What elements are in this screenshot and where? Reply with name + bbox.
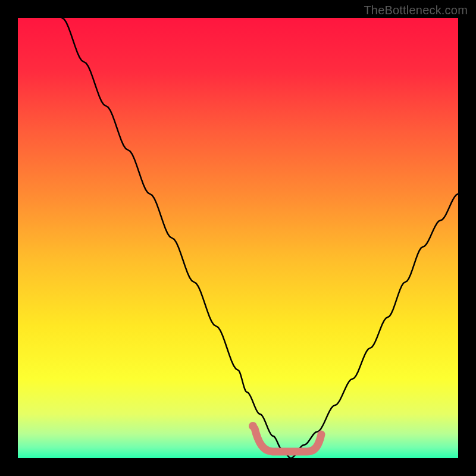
curve-layer — [18, 18, 458, 458]
optimal-range-marker — [255, 428, 321, 452]
right-bottleneck-curve — [291, 194, 458, 458]
left-bottleneck-curve — [62, 18, 291, 458]
watermark-text: TheBottleneck.com — [364, 4, 468, 17]
plot-area — [18, 18, 458, 458]
optimal-point-marker — [249, 422, 257, 430]
